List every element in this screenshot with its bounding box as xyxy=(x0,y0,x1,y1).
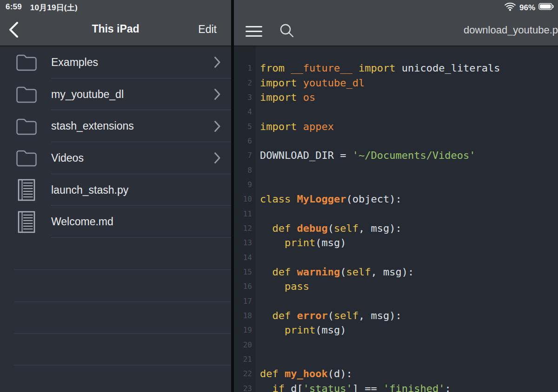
code-line: 9 xyxy=(234,177,558,192)
line-number: 11 xyxy=(234,209,256,218)
document-icon xyxy=(15,211,38,233)
code-line: 12 def debug(self, msg): xyxy=(234,221,558,235)
line-number: 18 xyxy=(234,311,256,320)
code-line: 7 DOWNLOAD_DIR = '~/Documents/Videos' xyxy=(234,148,558,163)
code-line: 16 pass xyxy=(234,279,558,294)
empty-list-row xyxy=(0,270,231,302)
code-line: 13 print(msg) xyxy=(234,235,558,250)
editor-nav: download_youtube.p xyxy=(234,15,558,46)
file-list: Examples my_youtube_dl xyxy=(0,46,231,392)
row-separator xyxy=(14,365,231,366)
empty-list-row xyxy=(0,238,231,270)
code-text: def my_hook(d): xyxy=(256,368,352,379)
code-line: 4 xyxy=(234,105,558,119)
line-number: 3 xyxy=(234,93,256,102)
file-name-label: launch_stash.py xyxy=(51,174,128,206)
line-number: 19 xyxy=(234,326,256,334)
code-line: 17 xyxy=(234,294,558,308)
code-line: 19 print(msg) xyxy=(234,323,558,337)
code-line: 21 xyxy=(234,352,558,366)
chevron-right-icon xyxy=(214,152,221,164)
panel-divider[interactable] xyxy=(231,0,234,392)
code-line: 2 import youtube_dl xyxy=(234,75,558,90)
line-number: 17 xyxy=(234,297,256,306)
status-right: 96% xyxy=(504,2,554,13)
chevron-right-icon xyxy=(214,120,221,132)
code-text: import os xyxy=(256,91,315,103)
line-number: 2 xyxy=(234,78,256,87)
line-number: 9 xyxy=(234,180,256,189)
code-line: 6 xyxy=(234,134,558,148)
code-line: 18 def error(self, msg): xyxy=(234,308,558,323)
folder-icon xyxy=(15,147,38,169)
code-text: def debug(self, msg): xyxy=(256,222,402,234)
code-line: 14 xyxy=(234,250,558,264)
list-item-Videos[interactable]: Videos xyxy=(0,142,231,174)
line-number: 23 xyxy=(234,384,256,392)
file-name-label: Welcome.md xyxy=(51,206,113,238)
editor-filename: download_youtube.p xyxy=(339,24,558,36)
status-left: 6:59 10月19日(土) xyxy=(6,2,78,13)
folder-icon xyxy=(15,83,38,105)
code-line: 11 xyxy=(234,206,558,221)
list-item-my_youtube_dl[interactable]: my_youtube_dl xyxy=(0,78,231,111)
list-item-stash_extensions[interactable]: stash_extensions xyxy=(0,110,231,142)
code-text: from __future__ import unicode_literals xyxy=(256,62,500,74)
code-text: class MyLogger(object): xyxy=(256,193,402,205)
file-browser-nav: This iPad Edit xyxy=(0,15,231,46)
code-line: 23 if d['status'] == 'finished': xyxy=(234,381,558,392)
code-line: 1 from __future__ import unicode_literal… xyxy=(234,61,558,75)
code-text: DOWNLOAD_DIR = '~/Documents/Videos' xyxy=(256,150,476,161)
list-item-Examples[interactable]: Examples xyxy=(0,46,231,78)
list-item-Welcome.md[interactable]: Welcome.md xyxy=(0,206,231,238)
code-line: 3 import os xyxy=(234,90,558,105)
line-number: 5 xyxy=(234,122,256,131)
code-editor[interactable]: 1 from __future__ import unicode_literal… xyxy=(234,46,558,392)
line-number: 4 xyxy=(234,107,256,116)
code-line: 15 def warning(self, msg): xyxy=(234,265,558,279)
battery-percent: 96% xyxy=(519,3,535,13)
menu-icon[interactable] xyxy=(246,26,262,37)
document-icon xyxy=(15,179,38,201)
search-icon[interactable] xyxy=(279,23,294,38)
list-item-launch_stash.py[interactable]: launch_stash.py xyxy=(0,174,231,206)
wifi-icon xyxy=(504,2,516,13)
code-text: if d['status'] == 'finished': xyxy=(256,383,451,392)
file-name-label: Examples xyxy=(51,46,98,78)
folder-icon xyxy=(15,51,38,73)
status-time: 6:59 xyxy=(6,2,22,13)
line-number: 20 xyxy=(234,340,256,349)
line-number: 13 xyxy=(234,238,256,247)
empty-list-row xyxy=(0,333,231,366)
battery-icon xyxy=(538,3,554,13)
edit-button[interactable]: Edit xyxy=(198,23,217,36)
code-line: 22 def my_hook(d): xyxy=(234,366,558,381)
file-name-label: my_youtube_dl xyxy=(51,78,124,111)
code-text: print(msg) xyxy=(256,237,346,248)
code-text: pass xyxy=(256,281,309,292)
chevron-right-icon xyxy=(214,88,221,100)
line-number: 7 xyxy=(234,151,256,160)
code-line: 20 xyxy=(234,338,558,352)
line-number: 12 xyxy=(234,224,256,233)
app-screen: 6:59 10月19日(土) 96% xyxy=(0,0,558,392)
file-browser-title: This iPad xyxy=(0,23,231,35)
line-number: 21 xyxy=(234,355,256,364)
line-number: 22 xyxy=(234,369,256,378)
top-header: 6:59 10月19日(土) 96% xyxy=(0,0,558,46)
line-number: 8 xyxy=(234,166,256,175)
file-name-label: Videos xyxy=(51,142,84,174)
line-number: 6 xyxy=(234,137,256,145)
code-line: 5 import appex xyxy=(234,119,558,133)
status-bar: 6:59 10月19日(土) 96% xyxy=(0,0,558,15)
line-number: 10 xyxy=(234,195,256,203)
file-name-label: stash_extensions xyxy=(51,110,134,142)
status-date: 10月19日(土) xyxy=(30,2,78,13)
code-text: import youtube_dl xyxy=(256,77,365,89)
code-text: import appex xyxy=(256,121,334,132)
line-number: 15 xyxy=(234,268,256,276)
code-text: def warning(self, msg): xyxy=(256,266,414,278)
folder-icon xyxy=(15,115,38,137)
line-number: 1 xyxy=(234,64,256,72)
code-line: 10 class MyLogger(object): xyxy=(234,192,558,206)
